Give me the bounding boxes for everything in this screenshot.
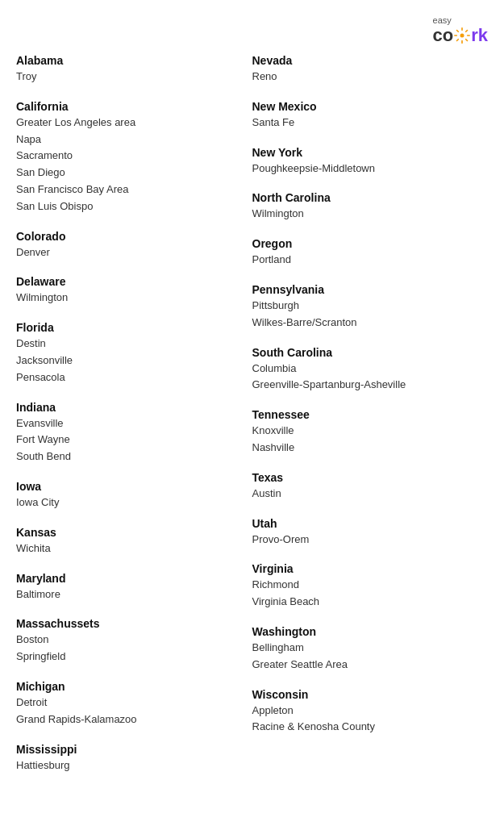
city-name: Evansville [16,415,244,432]
city-name: Springfield [16,649,244,665]
city-name: Poughkeepsie-Middletown [252,161,481,177]
city-name: Fort Wayne [16,432,244,448]
city-name: Pittsburgh [252,298,481,315]
gear-icon [454,27,470,44]
logo-ork-text: rk [471,25,488,46]
city-name: Columbia [252,361,481,378]
state-block: VirginiaRichmondVirginia Beach [252,562,481,611]
state-block: KansasWichita [16,526,244,557]
city-name: Greater Los Angeles area [16,115,244,131]
state-name: Alabama [16,54,244,67]
state-name: Pennsylvania [252,283,481,296]
city-name: Appleton [252,703,481,720]
state-name: Delaware [16,275,244,288]
state-name: Oregon [252,237,481,250]
header: easy co rk [16,16,488,46]
city-name: Portland [252,252,481,269]
state-name: Washington [252,625,481,638]
city-name: Greenville-Spartanburg-Asheville [252,377,481,394]
state-name: Texas [252,471,481,484]
state-block: North CarolinaWilmington [252,191,481,223]
state-block: MarylandBaltimore [16,572,244,603]
state-name: Tennessee [252,408,481,421]
state-block: UtahProvo-Orem [252,517,481,549]
city-name: South Bend [16,448,244,465]
state-block: MississippiHattiesburg [16,743,244,774]
state-block: OregonPortland [252,237,481,269]
city-name: Napa [16,131,244,148]
svg-point-0 [460,34,464,38]
city-name: Wilkes-Barre/Scranton [252,315,481,332]
city-name: Jacksonville [16,353,244,369]
city-name: Pensacola [16,369,244,386]
state-name: Colorado [16,230,244,243]
city-name: Knoxville [252,423,481,440]
city-name: Sacramento [16,148,244,165]
city-name: Boston [16,632,244,649]
city-name: Wichita [16,540,244,557]
state-name: Iowa [16,480,244,493]
state-block: DelawareWilmington [16,275,244,307]
state-name: New York [252,146,481,159]
state-name: California [16,100,244,113]
state-block: IowaIowa City [16,480,244,511]
city-name: Denver [16,244,244,261]
city-name: Nashville [252,440,481,457]
state-name: South Carolina [252,346,481,359]
state-block: NevadaReno [252,54,481,86]
state-name: Massachussets [16,617,244,630]
state-block: New MexicoSanta Fe [252,100,481,131]
city-name: Iowa City [16,494,244,511]
city-name: San Francisco Bay Area [16,181,244,198]
city-name: Richmond [252,577,481,594]
city-name: Wilmington [16,290,244,307]
logo-co-text: co [433,25,454,46]
state-block: New YorkPoughkeepsie-Middletown [252,146,481,177]
state-block: TexasAustin [252,471,481,503]
state-block: WashingtonBellinghamGreater Seattle Area [252,625,481,674]
state-name: Kansas [16,526,244,539]
state-name: Virginia [252,562,481,575]
city-name: Wilmington [252,206,481,223]
city-name: Detroit [16,695,244,711]
city-name: Destin [16,336,244,353]
state-name: Florida [16,321,244,334]
state-block: WisconsinAppletonRacine & Kenosha County [252,688,481,736]
state-block: MichiganDetroitGrand Rapids-Kalamazoo [16,680,244,728]
state-block: South CarolinaColumbiaGreenville-Spartan… [252,346,481,394]
state-block: MassachussetsBostonSpringfield [16,617,244,665]
state-name: North Carolina [252,191,481,204]
right-column: NevadaRenoNew MexicoSanta FeNew YorkPoug… [252,54,489,788]
state-name: New Mexico [252,100,481,113]
state-name: Maryland [16,572,244,585]
city-name: Greater Seattle Area [252,657,481,674]
logo-easy-text: easy [433,16,488,25]
state-name: Michigan [16,680,244,693]
state-block: AlabamaTroy [16,54,244,86]
city-name: Santa Fe [252,115,481,131]
state-name: Wisconsin [252,688,481,701]
city-name: Austin [252,486,481,503]
state-block: CaliforniaGreater Los Angeles areaNapaSa… [16,100,244,215]
logo-cowork-text: co rk [433,25,488,46]
city-name: Grand Rapids-Kalamazoo [16,711,244,728]
state-name: Utah [252,517,481,530]
state-name: Indiana [16,401,244,414]
city-name: San Luis Obispo [16,198,244,215]
state-block: FloridaDestinJacksonvillePensacola [16,321,244,386]
city-name: Racine & Kenosha County [252,719,481,736]
logo: easy co rk [433,16,488,46]
city-name: Baltimore [16,586,244,603]
main-content: AlabamaTroyCaliforniaGreater Los Angeles… [16,54,488,788]
city-name: Hattiesburg [16,757,244,774]
state-name: Mississippi [16,743,244,756]
city-name: San Diego [16,165,244,181]
city-name: Reno [252,69,481,86]
left-column: AlabamaTroyCaliforniaGreater Los Angeles… [16,54,252,788]
state-name: Nevada [252,54,481,67]
state-block: PennsylvaniaPittsburghWilkes-Barre/Scran… [252,283,481,332]
city-name: Troy [16,69,244,86]
state-block: TennesseeKnoxvilleNashville [252,408,481,457]
state-block: IndianaEvansvilleFort WayneSouth Bend [16,401,244,465]
state-block: ColoradoDenver [16,230,244,261]
